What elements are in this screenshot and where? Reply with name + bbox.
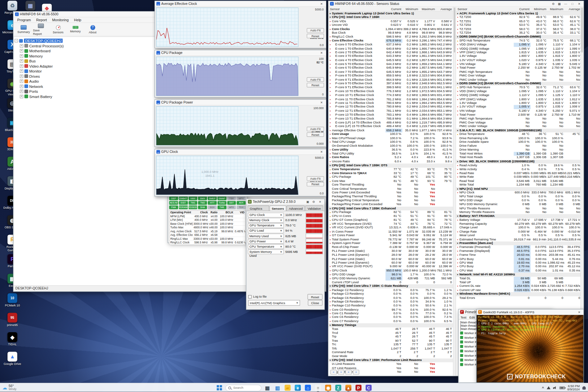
sensor-row[interactable]: ▾Read Activity1.0 %0.0 %19.6 %0.5 %	[456, 164, 581, 168]
sensor-row[interactable]: PMIC Over VoltageNoNoNoNo	[456, 121, 581, 125]
sensor-row[interactable]: ▾E-core (LP) 15 T0 Effective Clock489.4 …	[329, 124, 453, 128]
sensor-row[interactable]: ▾E-core 7 T0 Effective Clock645.5 MHz0.2…	[329, 70, 453, 74]
sensor-row[interactable]: ▴Drive Temperature48 °C36 °C51 °C45 °C	[456, 132, 581, 136]
close-icon[interactable]: ✕	[319, 50, 324, 55]
close-button[interactable]: Close	[308, 300, 322, 305]
menu-item-report[interactable]: Report	[34, 18, 49, 22]
nav-prev-button[interactable]: »	[338, 370, 344, 375]
nav-next-button[interactable]: «	[345, 370, 352, 375]
sensor-row[interactable]: ▾E-core (LP) 14 T0 Effective Clock489.4 …	[329, 121, 453, 125]
sensor-row[interactable]: Package C3 Residency0.0 %0.0 %0.0 %0.0 %	[329, 292, 453, 296]
operating-point-row[interactable]: LFM (Min)400.0 MHzx4.00100.0 MHz	[170, 218, 245, 222]
sensor-row[interactable]: ▾VR VCC Current (SVID IOUT)13.321 A0.839…	[329, 226, 453, 230]
reset-button[interactable]: Reset	[307, 83, 324, 88]
sensor-row[interactable]: ▾Charge Rate0.000 W-5.464 W0.000 W-0.010…	[456, 230, 581, 234]
sensor-row[interactable]: Memory Throttle ReasonsNoNoNoNo	[456, 210, 581, 214]
sensor-row[interactable]: ▾Write Rate0.039 MB/s0.000 MB/s127.449 M…	[456, 175, 581, 179]
reset-button[interactable]: Reset	[307, 132, 324, 137]
sensor-row[interactable]: ▴Core Max81 °C48 °C93 °C79 °C	[329, 179, 453, 183]
taskbar-clock[interactable]: 6:50 PM 8/9/2024	[567, 384, 580, 391]
sensors-titlebar[interactable]: i HWiNFO® 64 v8.06-5500 - Sensors Status…	[329, 1, 584, 7]
desktop-icon[interactable]: ◆TIDAL	[2, 332, 24, 346]
sensor-row[interactable]: PL2 Power Limit (Static)60.0 W60.0 W60.0…	[329, 257, 453, 261]
sensor-row[interactable]: ▴Core Temperatures77 °C42 °C93 °C75 °C	[329, 168, 453, 172]
sensor-row[interactable]: Trcd45 T26 T45 T45 T	[329, 331, 453, 335]
sensor-row[interactable]: IA Limit ReasonsYesNoYes	[329, 362, 453, 366]
sensor-row[interactable]: Core Critical TemperatureNoNoNo	[329, 187, 453, 191]
menu-item-edit[interactable]: Edit	[469, 315, 475, 319]
operating-point-row[interactable]: Avg. Active Clock517.5 MHzx5.1999.8 MHz0…	[170, 230, 245, 233]
sensor-row[interactable]: ▾Core Clocks1,094.4 MHz399.2 MHz4,788.8 …	[329, 27, 453, 31]
sensor-row[interactable]: ▴SPD Hub Temperature70.5 °C32.0 °C71.2 °…	[456, 86, 581, 90]
sensor-row[interactable]: ▾Total Power2.250 W0.125 W2.750 W1.702 W	[456, 66, 581, 70]
toolbar-button-sensors[interactable]: Sensors	[50, 23, 66, 36]
sensor-dropdown[interactable]: GPU Temperature▼	[248, 223, 284, 228]
sensor-row[interactable]: ▾Core C6 Residency0.0 %0.0 %100.0 %7.3 %	[329, 316, 453, 319]
sensor-row[interactable]: ▾Uncore Ratio6.0 x4.0 x33.0 x9.8 x	[329, 160, 453, 164]
sensor-row[interactable]: Rest-of-Chip Power-0.139 W0.000 W0.000 W…	[329, 245, 453, 249]
toolbar-button-save-report[interactable]: Save Report	[33, 23, 49, 36]
sensor-row[interactable]: ▾Uncore VID0.623 V0.616 V0.901 V0.641 V	[329, 23, 453, 27]
sensor-row[interactable]: PMIC High TemperatureNoNoNoNo	[456, 70, 581, 74]
wifi-icon[interactable]	[547, 386, 550, 389]
sensor-dropdown[interactable]: CPU Temperature▼	[248, 244, 284, 249]
sensor-row[interactable]: ▾GPU D3D Usage98.0 %1.7 %100.0 %72.0 %	[329, 273, 453, 277]
sensor-row[interactable]: ▾E-core 0 T0 Effective Clock637.3 MHz0.2…	[329, 43, 453, 47]
sensor-group-row[interactable]: ▾System: Framework Laptop 13 (Intel Core…	[329, 12, 453, 16]
taskbar-app-file-explorer[interactable]: ▰	[284, 384, 292, 392]
sensor-row[interactable]: 1.8V Voltage1.800 V1.800 V1.815 V1.800 V	[456, 101, 581, 105]
close-icon[interactable]: ✕	[319, 100, 324, 105]
sensor-row[interactable]: ▾P-core 8 T0 Effective Clock859.5 MHz1.8…	[329, 74, 453, 78]
sensor-row[interactable]: Drive Available Spare100.0 %100.0 %100.0…	[456, 140, 581, 144]
log-to-file-checkbox[interactable]	[248, 295, 252, 298]
sensor-row[interactable]: Bus Clock99.8 MHz4.8 MHz99.8 MHz98.9 MHz	[329, 31, 453, 35]
menu-item-test[interactable]: Test	[461, 315, 466, 319]
sensor-row[interactable]: ▴SPD Hub Temperature74.5 °C32.0 °C75.5 °…	[456, 39, 581, 43]
operating-point-row[interactable]: Avg. Effective Clock656.2 MHzx6.58	[170, 233, 245, 237]
sensor-row[interactable]: ▾VIN Voltage5.180 V4.340 V5.250 V5.071 V	[456, 109, 581, 113]
sensor-row[interactable]: ▾GPU Wait19.83 ms0.00 ms1,086.62 ms45.23…	[456, 261, 581, 265]
sensor-row[interactable]: Core Thermal ThrottlingNoNoYes	[329, 183, 453, 187]
sensor-row[interactable]: ▾TZ.TZ0358.0 °C37.0 °C58.0 °C38.0 °C	[456, 27, 581, 31]
sensor-row[interactable]: ▾Framerate (Presented)48.5 FPS0.0 FPS113…	[456, 245, 581, 249]
settings-gear-icon[interactable]: ⚙	[551, 2, 556, 5]
sensor-group-row[interactable]: ▾Windows Hardware Errors (WHEA)	[456, 292, 581, 296]
sensor-row[interactable]: PMIC High TemperatureNoNoNoNo	[456, 117, 581, 121]
sensor-row[interactable]: ▾VDD (SWA) Voltage1.095 V1.095 V1.110 V1…	[456, 90, 581, 93]
sensor-row[interactable]: ▾P-core 9 T0 Effective Clock397.6 MHz0.2…	[329, 82, 453, 86]
sensor-row[interactable]: ▾TZ.TZ0435.2 °C30.0 °C35.4 °C33.1 °C	[456, 31, 581, 35]
sensor-row[interactable]: NPU Throttle ReasonsNoNoNoNo	[456, 206, 581, 210]
desktop-icon[interactable]: 10PCMark 10	[2, 293, 24, 307]
auto-fit-button[interactable]: Auto Fit	[307, 127, 324, 131]
desktop-icon[interactable]: ▲Google Drive	[2, 352, 24, 366]
sensor-row[interactable]: ▾Total CPU Usage100.0 %0.8 %100.0 %92.8 …	[329, 140, 453, 144]
expander-icon[interactable]: +	[20, 49, 23, 53]
sensor-group-row[interactable]: ▾CPU [#0]: Intel Core Ultra 7 155H: C-St…	[329, 285, 453, 288]
sensor-row[interactable]: ▾1.0V VOUT Voltage1.005 V0.975 V1.035 V1…	[456, 105, 581, 109]
expander-icon[interactable]: +	[20, 74, 23, 78]
sensor-row[interactable]: Tras90 T52 T90 T90 T	[329, 339, 453, 343]
sensor-row[interactable]: Read Total3,546 MB3,011 MB3,546 MB	[456, 179, 581, 183]
sensor-row[interactable]: ▾P-core 11 T1 Effective Clock780.6 MHz0.…	[329, 101, 453, 105]
sensor-group-row[interactable]: ▾Network: Intel Wi-Fi 6E AX210 160MHz	[456, 273, 581, 277]
sensor-row[interactable]: Charge Level100.0 %100.0 %100.0 %100.0 %	[456, 226, 581, 230]
graph-titlebar[interactable]: ▁CPU Package Power✕	[155, 100, 326, 105]
sensor-row[interactable]: ▾CPU Busy2.70 ms0.00 ms202.97 ms45.12 ms	[456, 265, 581, 269]
sensor-row[interactable]: Trc135 T77 T135 T135 T	[329, 343, 453, 347]
sensor-row[interactable]: ▴CPU Package82 °C54 °C89 °C81 °C	[329, 210, 453, 214]
gpu-device-select[interactable]: Intel(R) Arc(TM) Graphics ▼	[248, 300, 300, 305]
sensor-row[interactable]: NPU Total Usage0.0 %0.0 %0.0 %0.0 %	[456, 195, 581, 199]
sensor-row[interactable]: ▾Write Activity0.4 %0.0 %7.5 %0.5 %	[456, 168, 581, 172]
volume-icon[interactable]	[553, 386, 557, 389]
reset-button[interactable]: Reset	[308, 294, 323, 299]
sensor-group-row[interactable]: ▾CPU [#0]: Intel Core Ultra 7 155H	[329, 16, 453, 20]
sensor-row[interactable]: ▾P-core 10 T0 Effective Clock776.3 MHz1.…	[329, 90, 453, 93]
sensor-group-row[interactable]: ▾NPU [#1]: Intel NPU	[456, 187, 581, 191]
sensor-row[interactable]: ▾Package C6 Residency0.0 %0.0 %100.0 %29…	[329, 296, 453, 300]
graph-titlebar[interactable]: ▁Average Effective Clock✕	[155, 1, 326, 7]
graph-titlebar[interactable]: ▁CPU Package✕	[155, 50, 326, 56]
sensor-row[interactable]: ▾GPU Busy0.81 ms0.00 ms5.44 ms0.76 ms	[456, 257, 581, 261]
expander-icon[interactable]: +	[20, 54, 23, 57]
tab-advanced[interactable]: Advanced	[286, 205, 305, 211]
sensor-row[interactable]: ▾VDDQ (SWB) Voltage1.110 V1.095 V1.125 V…	[456, 93, 581, 97]
